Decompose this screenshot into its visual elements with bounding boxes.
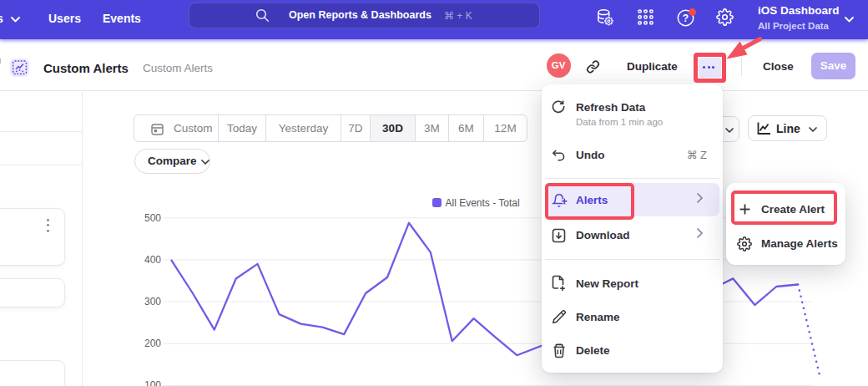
svg-text:500: 500 [144,212,161,224]
svg-text:300: 300 [144,296,161,307]
svg-text:?: ? [683,13,689,24]
svg-text:400: 400 [144,254,161,266]
svg-text:100: 100 [144,379,161,386]
svg-text:200: 200 [144,338,161,349]
